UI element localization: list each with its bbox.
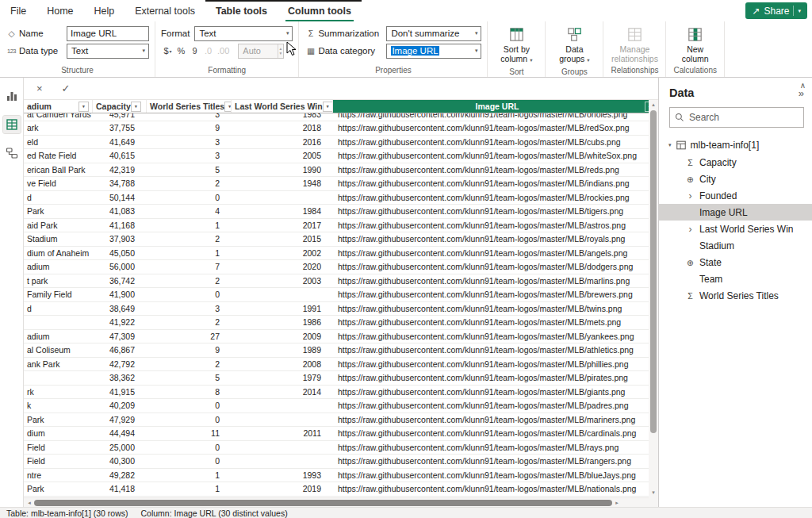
cell-stadium[interactable]	[24, 371, 93, 385]
cell-stadium[interactable]: ve Field	[24, 177, 93, 190]
cell-world-series-titles[interactable]: 11	[147, 427, 232, 440]
cell-last-world-series-win[interactable]: 1983	[232, 113, 333, 121]
cell-world-series-titles[interactable]: 0	[147, 399, 232, 412]
cell-stadium[interactable]: adium	[24, 260, 93, 274]
cell-stadium[interactable]: Park	[24, 205, 93, 218]
cell-image-url[interactable]: https://raw.githubusercontent.com/klunn9…	[333, 121, 658, 135]
cell-stadium[interactable]: d	[24, 302, 93, 316]
cell-stadium[interactable]: ntre	[24, 469, 93, 482]
cell-world-series-titles[interactable]: 4	[147, 205, 232, 218]
cell-last-world-series-win[interactable]: 2016	[232, 136, 333, 149]
cell-stadium[interactable]: ark	[24, 121, 93, 135]
cell-last-world-series-win[interactable]: 2005	[232, 149, 333, 163]
decimal-places-stepper[interactable]: Auto ▴ ▾	[238, 44, 284, 59]
cell-image-url[interactable]: https://raw.githubusercontent.com/klunn9…	[333, 149, 658, 163]
tab-column-tools[interactable]: Column tools	[278, 0, 362, 21]
format-dropdown[interactable]: Text ▾	[194, 26, 293, 41]
cell-world-series-titles[interactable]: 0	[147, 288, 232, 301]
cell-last-world-series-win[interactable]	[232, 455, 333, 468]
cell-image-url[interactable]: https://raw.githubusercontent.com/klunn9…	[333, 455, 658, 468]
cell-world-series-titles[interactable]: 2	[147, 232, 232, 246]
cell-image-url[interactable]: https://raw.githubusercontent.com/klunn9…	[333, 399, 658, 412]
cell-world-series-titles[interactable]: 8	[147, 386, 232, 399]
cell-capacity[interactable]: 37,903	[93, 232, 147, 246]
table-row[interactable]: 38,362 5 1979 https://raw.githubusercont…	[24, 371, 658, 386]
cell-last-world-series-win[interactable]: 2020	[232, 260, 333, 274]
scroll-right-icon[interactable]: ▸	[613, 500, 621, 506]
cell-image-url[interactable]: https://raw.githubusercontent.com/klunn9…	[333, 441, 658, 455]
filter-dropdown-icon[interactable]: ▾	[79, 102, 89, 112]
horizontal-scrollbar[interactable]: ◂ ▸	[24, 497, 649, 507]
cell-last-world-series-win[interactable]: 1989	[232, 343, 333, 357]
cell-stadium[interactable]: k	[24, 399, 93, 412]
tab-home[interactable]: Home	[36, 0, 83, 21]
cell-last-world-series-win[interactable]: 2003	[232, 274, 333, 288]
cell-image-url[interactable]: https://raw.githubusercontent.com/klunn9…	[333, 191, 658, 205]
cell-world-series-titles[interactable]: 9	[147, 121, 232, 135]
filter-dropdown-icon[interactable]: ▾	[224, 102, 232, 112]
table-row[interactable]: erican Ball Park 42,319 5 1990 https://r…	[24, 163, 658, 178]
scroll-left-icon[interactable]: ◂	[25, 500, 33, 506]
share-button[interactable]: ↗ Share ▾	[745, 2, 807, 19]
cell-capacity[interactable]: 46,867	[93, 343, 147, 357]
cell-capacity[interactable]: 41,168	[93, 219, 147, 232]
data-panel-field[interactable]: Image URL	[659, 204, 812, 221]
table-row[interactable]: dium 44,494 11 2011 https://raw.githubus…	[24, 427, 658, 441]
cell-image-url[interactable]: https://raw.githubusercontent.com/klunn9…	[333, 136, 658, 149]
data-panel-field[interactable]: ⊕ City	[659, 171, 812, 187]
cell-last-world-series-win[interactable]: 2018	[232, 121, 333, 135]
cell-last-world-series-win[interactable]: 2009	[232, 330, 333, 343]
table-node-mlb-team-info[interactable]: ▾ mlb-team-info[1]	[659, 136, 812, 154]
cancel-icon[interactable]: ×	[36, 82, 43, 94]
cell-world-series-titles[interactable]: 2	[147, 358, 232, 371]
cell-stadium[interactable]	[24, 316, 93, 329]
cell-image-url[interactable]: https://raw.githubusercontent.com/klunn9…	[333, 205, 658, 218]
tab-external-tools[interactable]: External tools	[124, 0, 205, 21]
cell-stadium[interactable]: rk	[24, 386, 93, 399]
cell-capacity[interactable]: 25,000	[93, 441, 147, 455]
cell-stadium[interactable]: ed Rate Field	[24, 149, 93, 163]
cell-image-url[interactable]: https://raw.githubusercontent.com/klunn9…	[333, 232, 658, 246]
data-type-dropdown[interactable]: Text ▾	[67, 44, 149, 59]
column-name-input[interactable]	[67, 26, 149, 41]
table-row[interactable]: ntre 49,282 1 1993 https://raw.githubuse…	[24, 469, 658, 483]
cell-image-url[interactable]: https://raw.githubusercontent.com/klunn9…	[333, 371, 658, 385]
column-header-last-world-series-win[interactable]: Last World Series Win ▾	[232, 100, 333, 113]
table-row[interactable]: Family Field 41,900 0 https://raw.github…	[24, 288, 658, 302]
cell-capacity[interactable]: 38,649	[93, 302, 147, 316]
cell-world-series-titles[interactable]: 5	[147, 371, 232, 385]
scroll-down-icon[interactable]: ▾	[652, 489, 655, 497]
data-panel-field[interactable]: Σ Capacity	[659, 154, 812, 171]
cell-world-series-titles[interactable]: 5	[147, 163, 232, 177]
data-panel-field[interactable]: Stadium	[659, 237, 812, 254]
cell-image-url[interactable]: https://raw.githubusercontent.com/klunn9…	[333, 413, 658, 427]
cell-world-series-titles[interactable]: 3	[147, 136, 232, 149]
data-view-button[interactable]	[3, 116, 21, 133]
cell-image-url[interactable]: https://raw.githubusercontent.com/klunn9…	[333, 302, 658, 316]
search-input[interactable]	[689, 112, 812, 123]
table-row[interactable]: adium 47,309 27 2009 https://raw.githubu…	[24, 330, 658, 344]
table-row[interactable]: adium 56,000 7 2020 https://raw.githubus…	[24, 260, 658, 274]
cell-last-world-series-win[interactable]: 2014	[232, 386, 333, 399]
cell-capacity[interactable]: 41,649	[93, 136, 147, 149]
table-row[interactable]: Park 41,418 1 2019 https://raw.githubuse…	[24, 482, 658, 497]
cell-stadium[interactable]: eld	[24, 136, 93, 149]
decrease-decimal-button[interactable]: .0	[201, 44, 215, 59]
cell-capacity[interactable]: 40,209	[93, 399, 147, 412]
cell-stadium[interactable]: al Coliseum	[24, 343, 93, 357]
cell-image-url[interactable]: https://raw.githubusercontent.com/klunn9…	[333, 219, 658, 232]
table-row[interactable]: ark 37,755 9 2018 https://raw.githubuser…	[24, 121, 658, 136]
cell-stadium[interactable]: Field	[24, 441, 93, 455]
cell-world-series-titles[interactable]: 27	[147, 330, 232, 343]
tab-table-tools[interactable]: Table tools	[205, 0, 278, 21]
cell-capacity[interactable]: 34,788	[93, 177, 147, 190]
cell-world-series-titles[interactable]: 2	[147, 316, 232, 329]
horizontal-scrollbar-thumb[interactable]	[34, 500, 612, 506]
cell-world-series-titles[interactable]: 0	[147, 413, 232, 427]
cell-image-url[interactable]: https://raw.githubusercontent.com/klunn9…	[333, 163, 658, 177]
cell-image-url[interactable]: https://raw.githubusercontent.com/klunn9…	[333, 469, 658, 482]
table-row[interactable]: ve Field 34,788 2 1948 https://raw.githu…	[24, 177, 658, 191]
field-search[interactable]	[669, 107, 804, 128]
cell-capacity[interactable]: 41,083	[93, 205, 147, 218]
cell-last-world-series-win[interactable]: 1984	[232, 205, 333, 218]
